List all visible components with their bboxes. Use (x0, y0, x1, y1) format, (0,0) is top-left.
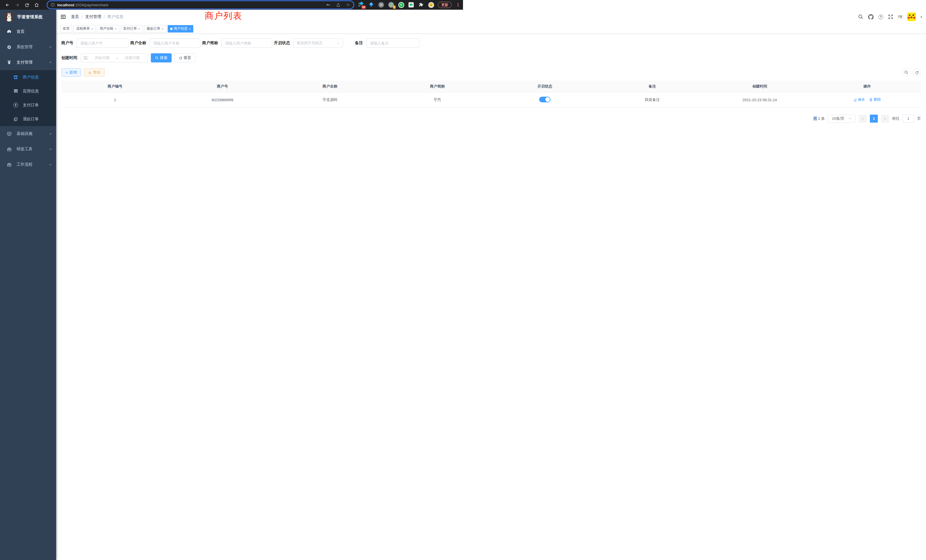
extension-tabs-icon[interactable]: 10 (358, 2, 365, 8)
toolbox-icon (6, 147, 12, 152)
filter-row-1: 商户号 商户全称 商户简称 开启状态 请选择开启状态 备注 (61, 38, 463, 48)
table-toolbar: + 新增 导出 (61, 68, 463, 77)
app-logo: 芋道管理系统 (0, 10, 56, 24)
merchant-no-input[interactable] (77, 38, 129, 48)
merchant-table: 商户编号 商户号 商户全称 商户简称 开启状态 备注 创建时间 操作 1 M23… (61, 81, 463, 108)
extension-command-icon[interactable]: ⌘ (378, 2, 384, 8)
browser-toolbar: localhost:1024/pay/merchant ☆ 10 ⌘ 1 (0, 0, 463, 10)
site-info-icon[interactable] (51, 3, 55, 7)
calendar-icon (83, 56, 88, 60)
url-bar[interactable]: localhost:1024/pay/merchant ☆ (47, 1, 354, 9)
sidebar-item-workflow[interactable]: 工作流程 (0, 157, 56, 172)
col-merchant-id: 商户编号 (61, 81, 169, 92)
yen-circle-icon: ¥ (12, 103, 19, 107)
extension-status-icon[interactable]: 1 (388, 2, 394, 8)
documents-icon (12, 117, 19, 121)
browser-update-button[interactable]: 更新 (438, 2, 452, 8)
app-title: 芋道管理系统 (17, 14, 43, 20)
sidebar-item-pay-orders[interactable]: ¥ 支付订单 (0, 98, 56, 112)
table-header-row: 商户编号 商户号 商户全称 商户简称 开启状态 备注 创建时间 操作 (61, 81, 463, 92)
sidebar-item-home[interactable]: 首页 (0, 24, 56, 39)
extension-yudao-icon[interactable]: Y (398, 2, 404, 8)
tag-process-form[interactable]: 流程表单× (74, 25, 95, 32)
refresh-icon (179, 56, 182, 60)
close-icon[interactable]: × (138, 27, 140, 30)
export-button[interactable]: 导出 (84, 68, 104, 77)
sidebar-item-label: 基础设施 (17, 131, 49, 136)
sidebar-item-refund-orders[interactable]: 退款订单 (0, 112, 56, 126)
create-time-range-picker[interactable]: 开始日期 - 结束日期 (81, 53, 148, 62)
sidebar-item-infrastructure[interactable]: 基础设施 (0, 126, 56, 141)
toolbox-icon (6, 162, 12, 167)
top-navbar: 首页 / 支付管理 / 商户信息 ? TT ▾ (56, 10, 463, 24)
main-area: 首页 / 支付管理 / 商户信息 ? TT ▾ 首页 流程表单× (56, 10, 463, 280)
chevron-down-icon (337, 42, 340, 45)
short-name-label: 商户简称 (202, 41, 221, 45)
sidebar-item-dev-tools[interactable]: 研发工具 (0, 141, 56, 157)
sidebar-item-label: 系统管理 (17, 44, 49, 50)
yen-icon: ¥ (6, 59, 12, 65)
table-row: 1 M233666999 芋道源码 芋艿 我是备注 2021-10-23 08:… (61, 92, 463, 107)
tag-pay-orders[interactable]: 支付订单× (121, 25, 142, 32)
close-icon[interactable]: × (91, 27, 93, 30)
browser-back-icon[interactable] (4, 2, 11, 8)
tag-user-group[interactable]: 用户分组× (97, 25, 119, 32)
grid-table-icon (12, 89, 19, 94)
dashboard-icon (6, 29, 12, 34)
extension-kite-icon[interactable] (368, 2, 374, 8)
browser-reload-icon[interactable] (23, 2, 30, 8)
bookmark-star-icon[interactable]: ☆ (346, 3, 350, 7)
add-button[interactable]: + 新增 (61, 68, 81, 77)
close-icon[interactable]: × (162, 27, 163, 30)
reset-button[interactable]: 重置 (174, 53, 195, 62)
url-text[interactable]: localhost:1024/pay/merchant (57, 3, 325, 7)
share-icon[interactable] (336, 3, 340, 7)
sidebar-item-merchant-info[interactable]: 商户信息 (0, 70, 56, 84)
close-icon[interactable]: × (115, 27, 117, 30)
sidebar-collapse-icon[interactable] (61, 14, 67, 20)
tag-refund-orders[interactable]: 退款订单× (144, 25, 166, 32)
tag-merchant-info[interactable]: 商户信息× (168, 25, 193, 32)
breadcrumb-payment[interactable]: 支付管理 (85, 14, 101, 20)
col-full-name: 商户全称 (276, 81, 384, 92)
tag-home[interactable]: 首页 (60, 25, 72, 32)
short-name-input[interactable] (221, 38, 272, 48)
breadcrumb-home[interactable]: 首页 (71, 14, 79, 20)
sidebar-item-system[interactable]: 系统管理 (0, 39, 56, 55)
extension-emoji-icon[interactable] (428, 2, 434, 8)
gear-icon (6, 45, 12, 50)
sidebar-item-label: 首页 (17, 29, 52, 34)
filter-row-2: 创建时间 开始日期 - 结束日期 搜索 重置 (61, 53, 463, 62)
sidebar-item-app-info[interactable]: 应用信息 (0, 84, 56, 98)
sidebar-item-label: 退款订单 (23, 117, 39, 122)
full-name-input[interactable] (150, 38, 200, 48)
sidebar-item-label: 工作流程 (17, 162, 49, 167)
status-select[interactable]: 请选择开启状态 (294, 38, 343, 48)
remark-input[interactable] (366, 38, 419, 48)
search-button[interactable]: 搜索 (151, 53, 172, 62)
sidebar-item-label: 研发工具 (17, 147, 49, 152)
cell-merchant-id: 1 (61, 92, 169, 107)
sidebar-item-label: 支付管理 (17, 60, 49, 65)
tags-view-bar: 首页 流程表单× 用户分组× 支付订单× 退款订单× 商户信息× (56, 24, 463, 34)
sidebar-item-label: 支付订单 (23, 103, 39, 108)
date-end-placeholder[interactable]: 结束日期 (120, 55, 145, 61)
close-icon[interactable]: × (189, 27, 191, 30)
browser-forward-icon[interactable] (14, 2, 21, 8)
browser-home-icon[interactable] (33, 2, 40, 8)
full-name-label: 商户全称 (130, 41, 150, 45)
create-time-label: 创建时间 (61, 55, 81, 61)
sidebar-item-label: 应用信息 (23, 89, 39, 94)
browser-menu-icon[interactable]: ⋮ (455, 2, 461, 8)
merchant-no-label: 商户号 (61, 41, 77, 45)
password-key-icon[interactable] (325, 3, 330, 8)
date-start-placeholder[interactable]: 开始日期 (89, 55, 115, 61)
extension-chat-icon[interactable] (408, 2, 414, 8)
extensions-puzzle-icon[interactable] (418, 2, 424, 8)
active-dot (170, 28, 172, 30)
remark-label: 备注 (355, 41, 366, 45)
sidebar-item-payment[interactable]: ¥ 支付管理 (0, 55, 56, 70)
chevron-down-icon (49, 147, 52, 151)
sidebar: 芋道管理系统 首页 系统管理 ¥ 支付管理 商户信息 (0, 10, 56, 280)
page-content: 商户号 商户全称 商户简称 开启状态 请选择开启状态 备注 (56, 34, 463, 123)
